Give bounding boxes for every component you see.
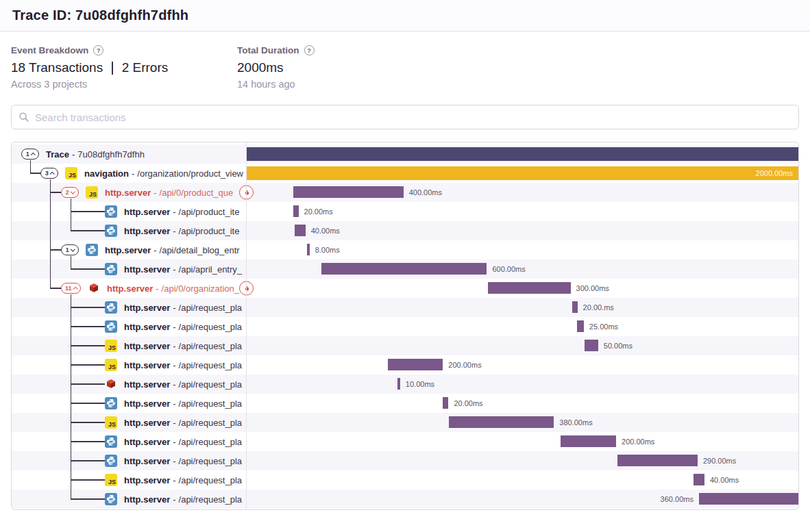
trace-row[interactable]: 3 JS navigation - /organization/product_…	[12, 164, 798, 183]
row-timeline-cell[interactable]: 50.00ms	[246, 336, 798, 355]
trace-row[interactable]: 11 http.server - /api/0/organization_ 30…	[12, 279, 798, 298]
row-operation: http.server	[124, 360, 170, 370]
row-timeline-cell[interactable]: 360.00ms	[246, 490, 798, 509]
row-label-cell[interactable]: http.server - /api/request_pla	[12, 317, 246, 336]
trace-row[interactable]: http.server - /api/request_pla 360.00ms	[12, 490, 798, 509]
row-operation: http.server	[124, 398, 170, 409]
row-timeline-cell[interactable]: 40.00ms	[246, 221, 798, 240]
row-timeline-cell[interactable]: 40.00ms	[246, 470, 798, 490]
duration-bar[interactable]	[488, 282, 571, 294]
duration-bar[interactable]	[699, 493, 798, 505]
trace-row[interactable]: http.server - /api/request_pla 20.00ms	[12, 394, 798, 413]
duration-bar[interactable]	[246, 166, 798, 180]
row-label-cell[interactable]: JS http.server - /api/request_pla	[12, 413, 246, 432]
duration-bar[interactable]	[585, 340, 598, 351]
row-label-cell[interactable]: 11 http.server - /api/0/organization_	[12, 279, 246, 298]
duration-bar[interactable]	[321, 263, 487, 275]
row-timeline-cell[interactable]: 290.00ms	[246, 451, 798, 470]
row-label-cell[interactable]: 3 JS navigation - /organization/product_…	[12, 164, 246, 183]
trace-row[interactable]: JS http.server - /api/request_pla 200.00…	[12, 355, 798, 375]
row-timeline-cell[interactable]: 200.00ms	[246, 432, 798, 451]
duration-bar[interactable]	[561, 435, 616, 447]
expand-collapse-pill[interactable]: 1	[61, 244, 79, 255]
trace-row[interactable]: 2 JS http.server - /api/0/product_que 40…	[12, 183, 798, 202]
row-description: /api/request_pla	[179, 303, 243, 313]
row-label-cell[interactable]: 2 JS http.server - /api/0/product_que	[12, 183, 246, 202]
row-label-cell[interactable]: 1 Trace - 7u08dfghfh7dfhh	[12, 144, 246, 164]
trace-row[interactable]: 1 http.server - /api/detail_blog_entr 8.…	[12, 240, 798, 259]
row-label-cell[interactable]: 1 http.server - /api/detail_blog_entr	[12, 240, 246, 259]
duration-bar[interactable]	[694, 474, 704, 485]
row-label-cell[interactable]: http.server - /api/request_pla	[12, 394, 246, 413]
row-operation: navigation	[84, 168, 129, 179]
duration-bar[interactable]	[443, 397, 448, 409]
chevron-icon	[71, 189, 75, 193]
trace-row[interactable]: JS http.server - /api/request_pla 380.00…	[12, 413, 798, 432]
row-timeline-cell[interactable]: 380.00ms	[246, 413, 798, 432]
row-description: /api/request_pla	[179, 379, 243, 390]
row-operation: http.server	[124, 418, 170, 428]
row-label-cell[interactable]: http.server - /api/product_ite	[12, 202, 246, 221]
trace-waterfall-panel: 1 Trace - 7u08dfghfh7dfhh 3 JS navigatio…	[11, 142, 799, 510]
row-timeline-cell[interactable]: 300.00ms	[246, 279, 798, 298]
timestamp-subtext: 14 hours ago	[237, 79, 463, 90]
row-timeline-cell[interactable]: 20.00ms	[246, 202, 798, 221]
row-label-cell[interactable]: http.server - /api/product_ite	[12, 221, 246, 240]
search-input[interactable]	[35, 112, 791, 123]
row-timeline-cell[interactable]: 200.00ms	[246, 355, 798, 375]
row-label-cell[interactable]: http.server - /api/request_pla	[12, 490, 246, 509]
trace-row[interactable]: http.server - /api/product_ite 20.00ms	[12, 202, 798, 221]
row-label-cell[interactable]: JS http.server - /api/request_pla	[12, 355, 246, 375]
trace-row[interactable]: http.server - /api/request_pla 10.00ms	[12, 375, 798, 394]
row-timeline-cell[interactable]: 20.00.ms	[246, 298, 798, 317]
row-timeline-cell[interactable]	[246, 144, 798, 164]
row-label-cell[interactable]: http.server - /api/request_pla	[12, 375, 246, 394]
duration-bar[interactable]	[617, 455, 698, 466]
expand-collapse-pill[interactable]: 1	[21, 149, 39, 160]
row-label-cell[interactable]: JS http.server - /api/request_pla	[12, 470, 246, 490]
duration-bar[interactable]	[397, 378, 400, 390]
trace-row[interactable]: http.server - /api/request_pla 20.00.ms	[12, 298, 798, 317]
trace-row[interactable]: JS http.server - /api/request_pla 50.00m…	[12, 336, 798, 355]
row-label-cell[interactable]: http.server - /api/april_entry_	[12, 259, 246, 279]
row-timeline-cell[interactable]: 2000.00ms	[246, 164, 798, 183]
duration-bar[interactable]	[449, 416, 554, 428]
column-divider[interactable]	[246, 142, 247, 509]
total-duration-block: Total Duration ? 2000ms 14 hours ago	[237, 45, 463, 90]
trace-row[interactable]: JS http.server - /api/request_pla 40.00m…	[12, 470, 798, 490]
duration-label: 20.00ms	[454, 399, 482, 407]
search-box[interactable]	[11, 105, 799, 129]
chevron-icon	[73, 287, 77, 291]
row-timeline-cell[interactable]: 600.00ms	[246, 259, 798, 279]
row-timeline-cell[interactable]: 25.00ms	[246, 317, 798, 336]
duration-bar[interactable]	[293, 205, 299, 217]
row-label-cell[interactable]: http.server - /api/request_pla	[12, 451, 246, 470]
event-breakdown-label: Event Breakdown	[11, 45, 88, 55]
trace-row[interactable]: http.server - /api/request_pla 290.00ms	[12, 451, 798, 470]
duration-bar[interactable]	[295, 225, 306, 236]
expand-collapse-pill[interactable]: 3	[40, 168, 58, 179]
trace-row[interactable]: http.server - /api/april_entry_ 600.00ms	[12, 259, 798, 279]
row-label-cell[interactable]: http.server - /api/request_pla	[12, 432, 246, 451]
row-timeline-cell[interactable]: 20.00ms	[246, 394, 798, 413]
expand-collapse-pill[interactable]: 11	[61, 283, 81, 294]
row-timeline-cell[interactable]: 8.00ms	[246, 240, 798, 259]
row-timeline-cell[interactable]: 400.00ms	[246, 183, 798, 202]
duration-bar[interactable]	[577, 320, 584, 332]
trace-row[interactable]: http.server - /api/request_pla 25.00ms	[12, 317, 798, 336]
row-timeline-cell[interactable]: 10.00ms	[246, 375, 798, 394]
trace-row[interactable]: 1 Trace - 7u08dfghfh7dfhh	[12, 144, 798, 164]
help-icon[interactable]: ?	[93, 45, 103, 55]
duration-bar[interactable]	[307, 244, 309, 255]
expand-collapse-pill[interactable]: 2	[61, 187, 79, 198]
duration-bar[interactable]	[388, 359, 443, 370]
js-icon: JS	[105, 416, 117, 429]
duration-bar[interactable]	[572, 301, 578, 313]
duration-bar[interactable]	[293, 186, 404, 198]
trace-row[interactable]: http.server - /api/request_pla 200.00ms	[12, 432, 798, 451]
trace-row[interactable]: http.server - /api/product_ite 40.00ms	[12, 221, 798, 240]
row-label-cell[interactable]: JS http.server - /api/request_pla	[12, 336, 246, 355]
help-icon[interactable]: ?	[304, 45, 315, 55]
row-label-cell[interactable]: http.server - /api/request_pla	[12, 298, 246, 317]
duration-bar[interactable]	[246, 147, 798, 161]
